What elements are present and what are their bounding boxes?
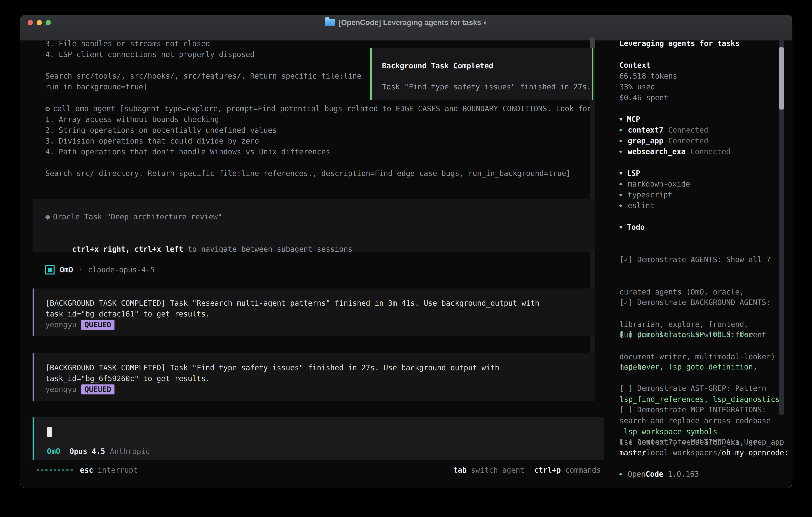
status-bar-right: tab switch agent ctrl+p commands <box>453 465 601 475</box>
tool-call-line: 4. Path operations that don't handle Win… <box>46 146 330 157</box>
lsp-name: eslint <box>628 200 655 211</box>
workspace-path: ~/local-workspaces/oh-my-opencode: <box>619 437 789 447</box>
input-provider: Anthropic <box>110 446 150 457</box>
version-number: 1.0.163 <box>668 469 699 480</box>
lsp-item: eslint <box>619 200 655 211</box>
message-line: task_id="bg_6f59260c" to get results. <box>46 373 210 384</box>
oracle-title-line: ◉ Oracle Task "Deep architecture review" <box>46 212 222 222</box>
window-titlebar[interactable]: [OpenCode] Leveraging agents for tasks ◐ <box>20 15 792 41</box>
gear-icon: ⚙ <box>46 103 50 114</box>
scrollback-line: 4. LSP client connections not properly d… <box>46 49 255 60</box>
mcp-item: websearch_exa Connected <box>619 146 730 157</box>
tool-call-line: 1. Array access without bounds checking <box>46 114 219 125</box>
queued-badge: QUEUED <box>81 384 115 394</box>
status-dot-icon <box>619 473 622 475</box>
scrollback-line: 3. File handles or streams not closed <box>46 38 210 49</box>
interrupt-label: interrupt <box>98 465 138 475</box>
commands-label: commands <box>565 465 601 475</box>
spinner-dots <box>37 469 73 471</box>
message-author: yeongyu <box>46 384 77 395</box>
main-scrollbar-thumb[interactable] <box>590 37 595 48</box>
input-cursor <box>47 427 52 437</box>
status-dot-icon <box>619 151 622 153</box>
todo-line: [✓] Demonstrate BACKGROUND AGENTS: <box>619 297 771 308</box>
todo-line: [ ] Demonstrate MCP INTEGRATIONS: <box>619 404 784 415</box>
mcp-item: context7 Connected <box>619 125 708 136</box>
switch-agent-label: switch agent <box>471 465 524 475</box>
lsp-item: markdown-oxide <box>619 179 690 190</box>
todo-heading: Todo <box>627 222 645 233</box>
lsp-section-header[interactable]: ▼ LSP <box>619 168 640 179</box>
oracle-hint-keys: ctrl+x right, ctrl+x left <box>72 245 183 253</box>
mcp-name: context7 <box>628 125 663 136</box>
omo-agent-icon <box>46 265 55 274</box>
context-used: 33% used <box>619 82 655 92</box>
mcp-name: grep_app <box>628 136 663 146</box>
chevron-down-icon: ▼ <box>619 222 622 233</box>
mcp-name: websearch_exa <box>628 146 686 157</box>
oracle-title: Oracle Task "Deep architecture review" <box>53 212 222 222</box>
oracle-panel: ◉ Oracle Task "Deep architecture review"… <box>33 199 595 252</box>
status-bar-left: esc interrupt <box>37 465 138 475</box>
input-model-row: OmO Opus 4.5 Anthropic <box>47 446 150 457</box>
oracle-hint-rest: to navigate between subagent sessions <box>183 245 352 253</box>
agent-session-header: OmO · claude-opus-4-5 <box>46 265 155 275</box>
context-spent: $0.46 spent <box>619 92 668 103</box>
status-dot-icon <box>619 183 622 185</box>
tool-call-text: call_omo_agent [subagent_type=explore, p… <box>53 103 591 114</box>
notification-title: Background Task Completed <box>382 61 493 71</box>
lsp-name: typescript <box>628 190 672 200</box>
message-line: task_id="bg_dcfac161" to get results. <box>46 309 210 320</box>
context-tokens: 66,518 tokens <box>619 71 677 82</box>
input-model: Opus 4.5 <box>69 446 105 457</box>
scrollback-line: run_in_background=true] <box>46 82 148 92</box>
window-title: [OpenCode] Leveraging agents for tasks ◐ <box>339 19 488 27</box>
version-suffix: Code <box>645 469 663 480</box>
agent-name: OmO <box>60 265 73 275</box>
tool-call-line: Search src/ directory. Return specific f… <box>46 168 571 179</box>
message-meta: yeongyu QUEUED <box>46 320 115 330</box>
chevron-down-icon: ▼ <box>619 114 622 125</box>
status-dot-icon <box>619 129 622 131</box>
message-line: [BACKGROUND TASK COMPLETED] Task "Find t… <box>46 362 499 373</box>
mcp-status: Connected <box>668 136 708 146</box>
mcp-section-header[interactable]: ▼ MCP <box>619 114 640 125</box>
mcp-status: Connected <box>691 146 730 157</box>
folder-icon <box>325 19 335 26</box>
context-heading: Context <box>619 60 650 71</box>
message-line: [BACKGROUND TASK COMPLETED] Task "Resear… <box>46 298 540 309</box>
queued-badge: QUEUED <box>81 320 115 330</box>
background-task-message: [BACKGROUND TASK COMPLETED] Task "Resear… <box>33 289 595 336</box>
separator-dot: · <box>78 265 83 275</box>
desktop: [OpenCode] Leveraging agents for tasks ◐… <box>0 0 812 517</box>
version-prefix: Open <box>628 469 645 480</box>
status-dot-icon <box>619 194 622 196</box>
tool-call-line: 3. Division operations that could divide… <box>46 136 259 146</box>
ctrlp-key-hint: ctrl+p <box>534 465 561 475</box>
fisheye-icon: ◉ <box>46 212 50 222</box>
message-meta: yeongyu QUEUED <box>46 384 115 395</box>
tab-key-hint: tab <box>453 465 467 475</box>
input-agent-name: OmO <box>47 446 60 457</box>
tool-call-line: 2. String operations on potentially unde… <box>46 125 277 136</box>
lsp-heading: LSP <box>627 168 640 179</box>
lsp-item: typescript <box>619 190 672 200</box>
mcp-status: Connected <box>668 125 708 136</box>
todo-section-header[interactable]: ▼ Todo <box>619 222 645 233</box>
task-notification[interactable]: Background Task Completed Task "Find typ… <box>370 48 593 100</box>
agent-model: claude-opus-4-5 <box>88 265 155 275</box>
message-author: yeongyu <box>46 320 77 330</box>
status-dot-icon <box>619 205 622 207</box>
todo-line: [✓] Demonstrate AGENTS: Show all 7 <box>619 254 775 265</box>
workspace-path-prefix: ~/local-workspaces/ <box>637 448 722 457</box>
oracle-hint: ctrl+x right, ctrl+x left to navigate be… <box>46 233 352 244</box>
notification-body: Task "Find type safety issues" finished … <box>382 82 591 92</box>
chat-input[interactable]: OmO Opus 4.5 Anthropic <box>33 417 604 460</box>
chevron-down-icon: ▼ <box>619 168 622 179</box>
mcp-item: grep_app Connected <box>619 136 708 146</box>
todo-line: [ ] Demonstrate LSP TOOLS: Use <box>619 329 784 340</box>
tool-call-header: ⚙ call_omo_agent [subagent_type=explore,… <box>46 103 591 114</box>
sidebar-scrollbar-thumb[interactable] <box>779 47 784 110</box>
status-dot-icon <box>619 140 622 142</box>
background-task-message: [BACKGROUND TASK COMPLETED] Task "Find t… <box>33 353 595 401</box>
